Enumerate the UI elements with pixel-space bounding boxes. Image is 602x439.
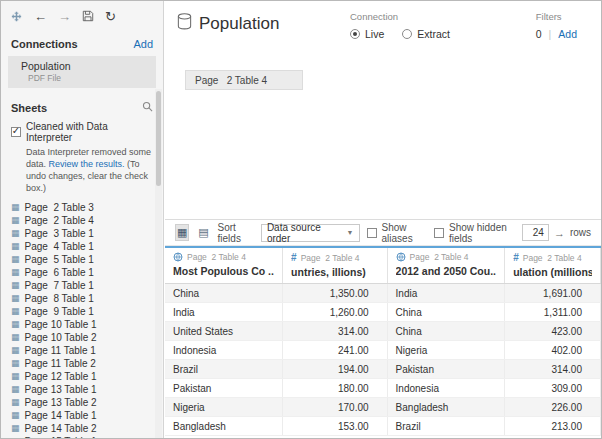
sheet-name: Page 5 Table 1 [25,254,94,265]
metadata-view-button[interactable]: ▤ [196,224,210,241]
tableau-logo-icon[interactable] [10,10,23,23]
table-icon: ▦ [11,268,20,277]
show-hidden-checkbox[interactable]: Show hidden fields [434,222,515,244]
cell[interactable]: 226.00 [505,398,601,417]
sheet-item[interactable]: ▦Page 5 Table 1 [1,253,163,266]
sheet-item[interactable]: ▦Page 13 Table 2 [1,396,163,409]
column-header-number[interactable]: #Page 2 Table 4untries, illions) [283,248,388,284]
cell[interactable]: 180.00 [283,379,388,398]
checkbox-checked[interactable]: ✓ [11,127,21,137]
datasource-title[interactable]: Population [199,14,279,34]
cell[interactable]: 402.00 [505,341,601,360]
show-aliases-checkbox[interactable]: Show aliases [367,222,427,244]
cell[interactable]: 314.00 [505,360,601,379]
forward-icon[interactable]: → [58,10,71,23]
cell[interactable]: 1,350.00 [283,284,388,303]
sheet-item[interactable]: ▦Page 3 Table 1 [1,227,163,240]
cell[interactable]: 213.00 [505,417,601,436]
cell[interactable]: 1,691.00 [505,284,601,303]
cell[interactable]: Brazil [387,417,505,436]
canvas: Page 2 Table 4 [165,63,601,219]
cell[interactable]: Indonesia [387,379,505,398]
filters-count: 0 [536,28,542,40]
data-interpreter-checkbox[interactable]: ✓ Cleaned with Data Interpreter [11,121,155,143]
sheet-item[interactable]: ▦Page 11 Table 2 [1,357,163,370]
rows-input[interactable]: 24 [522,224,549,241]
sheet-item[interactable]: ▦Page 7 Table 1 [1,279,163,292]
checkbox-unchecked[interactable] [434,228,444,238]
cell[interactable]: Bangladesh [165,417,283,436]
cell[interactable]: Brazil [165,360,283,379]
database-icon[interactable] [176,12,193,35]
cell[interactable]: 423.00 [505,322,601,341]
sidebar-scrollbar[interactable] [155,89,162,438]
sheet-item[interactable]: ▦Page 10 Table 1 [1,318,163,331]
column-header-geo[interactable]: Page 2 Table 42012 and 2050 Cou... [387,248,505,284]
cell[interactable]: 1,311.00 [505,303,601,322]
sheet-name: Page 13 Table 1 [25,384,97,395]
sheet-item[interactable]: ▦Page 15 Table 1 [1,435,163,439]
cell[interactable]: United States [165,322,283,341]
sheet-item[interactable]: ▦Page 14 Table 2 [1,422,163,435]
cell[interactable]: 309.00 [505,379,601,398]
globe-icon [173,252,183,262]
extract-radio[interactable]: Extract [402,28,450,40]
cell[interactable]: 241.00 [283,341,388,360]
table-icon: ▦ [11,320,20,329]
cell[interactable]: Pakistan [165,379,283,398]
search-icon[interactable] [142,101,153,114]
rows-apply-icon[interactable]: → [554,227,565,239]
cell[interactable]: India [387,284,505,303]
cell[interactable]: 194.00 [283,360,388,379]
sheet-item[interactable]: ▦Page 2 Table 3 [1,201,163,214]
back-icon[interactable]: ← [34,10,47,23]
scrollbar-thumb[interactable] [156,91,161,186]
radio-unselected[interactable] [402,29,412,39]
cell[interactable]: 153.00 [283,417,388,436]
filters-label: Filters [536,11,577,22]
cell[interactable]: China [165,284,283,303]
sheet-item[interactable]: ▦Page 9 Table 1 [1,305,163,318]
refresh-icon[interactable]: ↻ [105,10,116,23]
sheet-name: Page 15 Table 1 [25,436,97,439]
table-row: India1,260.00China1,311.00 [165,303,601,322]
sheet-item[interactable]: ▦Page 2 Table 4 [1,214,163,227]
cell[interactable]: Indonesia [165,341,283,360]
cell[interactable]: China [387,322,505,341]
cell[interactable]: Pakistan [387,360,505,379]
sort-order-dropdown[interactable]: Data source order ▼ [261,224,360,242]
sheet-name: Page 7 Table 1 [25,280,94,291]
sheet-item[interactable]: ▦Page 4 Table 1 [1,240,163,253]
sheet-item[interactable]: ▦Page 10 Table 2 [1,331,163,344]
grid-view-button[interactable]: ▦ [175,224,189,241]
sheet-item[interactable]: ▦Page 6 Table 1 [1,266,163,279]
review-results-link[interactable]: Review the results. [49,159,125,169]
cell[interactable]: 170.00 [283,398,388,417]
add-connection-link[interactable]: Add [133,38,153,50]
table-icon: ▦ [11,372,20,381]
sheet-item[interactable]: ▦Page 11 Table 1 [1,344,163,357]
cell[interactable]: 314.00 [283,322,388,341]
sheet-item[interactable]: ▦Page 12 Table 1 [1,370,163,383]
column-field-name: Most Populous Co ... [173,265,274,277]
sheets-header: Sheets [1,93,163,119]
save-icon[interactable] [82,10,94,22]
sheet-item[interactable]: ▦Page 8 Table 1 [1,292,163,305]
connection-item[interactable]: Population PDF File [8,56,156,88]
column-header-number[interactable]: #Page 2 Table 4ulation (millions) [505,248,601,284]
column-header-geo[interactable]: Page 2 Table 4Most Populous Co ... [165,248,283,284]
cell[interactable]: India [165,303,283,322]
cell[interactable]: Nigeria [165,398,283,417]
cell[interactable]: Bangladesh [387,398,505,417]
filters-add-link[interactable]: Add [558,28,577,40]
cell[interactable]: 1,260.00 [283,303,388,322]
cell[interactable]: Nigeria [387,341,505,360]
cell[interactable]: China [387,303,505,322]
live-radio[interactable]: Live [350,28,384,40]
sheet-item[interactable]: ▦Page 14 Table 1 [1,409,163,422]
table-chip[interactable]: Page 2 Table 4 [185,70,303,90]
radio-selected[interactable] [350,29,360,39]
table-row: Nigeria170.00Bangladesh226.00 [165,398,601,417]
sheet-item[interactable]: ▦Page 13 Table 1 [1,383,163,396]
checkbox-unchecked[interactable] [367,228,377,238]
